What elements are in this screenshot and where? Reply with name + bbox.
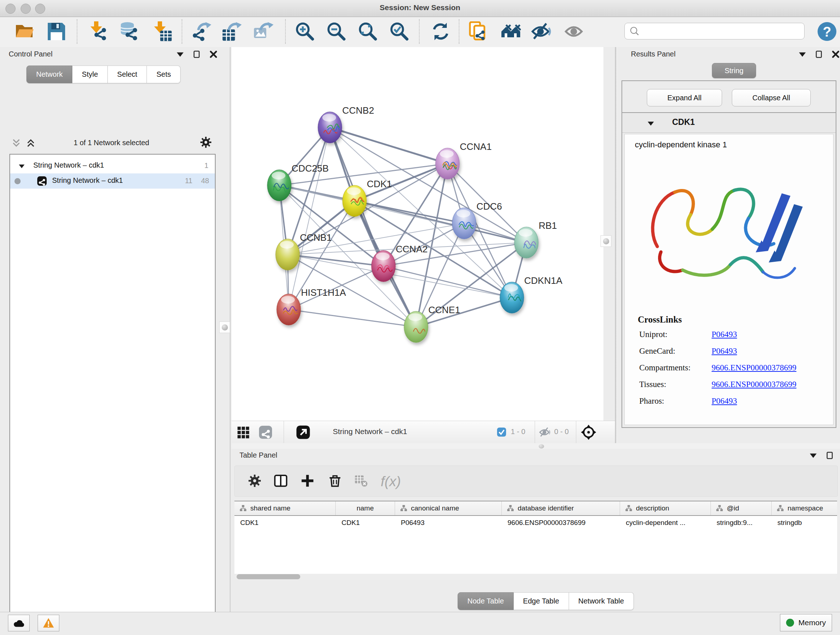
crosslink-value-link[interactable]: 9606.ENSP00000378699 — [712, 380, 797, 389]
refresh-view-icon[interactable] — [431, 21, 451, 42]
export-table-icon[interactable] — [221, 21, 242, 42]
collapse-all-button[interactable]: Collapse All — [732, 89, 811, 106]
new-network-from-selection-icon[interactable] — [469, 21, 489, 42]
node-table[interactable]: shared namenamecanonical namedatabase id… — [234, 501, 837, 574]
edge-CCNB1-CCNA2[interactable] — [287, 255, 384, 266]
column-header-namespace[interactable]: namespace — [772, 501, 837, 515]
panel-float-icon[interactable] — [826, 451, 834, 460]
edge-CCNB2-HIST1H1A[interactable] — [289, 127, 330, 310]
splitter-handle[interactable] — [538, 444, 544, 448]
node-CCNE1[interactable] — [404, 311, 428, 342]
cell[interactable]: stringdb — [772, 516, 837, 529]
edge-CCNA2-CDKN1A[interactable] — [384, 266, 512, 298]
node-CCNB1[interactable] — [276, 239, 300, 270]
column-header-shared-name[interactable]: shared name — [234, 501, 336, 515]
network-overview-icon[interactable] — [259, 426, 272, 439]
panel-close-icon[interactable] — [831, 50, 840, 59]
hide-selected-icon[interactable] — [531, 21, 551, 42]
birds-eye-view-icon[interactable] — [581, 424, 596, 440]
save-session-button[interactable] — [46, 21, 66, 42]
export-image-icon[interactable] — [253, 21, 273, 42]
network-collection-row[interactable]: String Network – cdk1 1 — [10, 158, 215, 173]
table-horizontal-scrollbar[interactable] — [234, 574, 837, 580]
tab-select[interactable]: Select — [108, 65, 147, 83]
show-columns-icon[interactable] — [274, 474, 287, 488]
cloud-status-button[interactable] — [8, 615, 30, 631]
node-CDK1[interactable] — [343, 185, 366, 217]
node-CCNA1[interactable] — [436, 148, 459, 179]
tab-node-table[interactable]: Node Table — [458, 592, 514, 610]
panel-close-icon[interactable] — [209, 50, 218, 59]
table-options-gear-icon[interactable] — [248, 474, 262, 488]
tab-edge-table[interactable]: Edge Table — [514, 592, 569, 610]
crosslink-value-link[interactable]: P06493 — [712, 347, 737, 356]
node-CDC25B[interactable] — [267, 170, 291, 201]
expand-all-button[interactable]: Expand All — [647, 89, 722, 106]
zoom-selected-icon[interactable] — [389, 21, 409, 42]
apply-preferred-layout-icon[interactable] — [501, 21, 521, 42]
tab-style[interactable]: Style — [73, 65, 107, 83]
column-header-description[interactable]: description — [620, 501, 711, 515]
crosslink-value-link[interactable]: P06493 — [712, 396, 737, 405]
import-network-database-icon[interactable] — [119, 21, 140, 42]
column-header-canonical-name[interactable]: canonical name — [395, 501, 502, 515]
zoom-out-icon[interactable] — [326, 21, 347, 42]
results-panel-collapse-handle[interactable] — [600, 235, 611, 247]
cell[interactable]: cyclin-dependent ... — [620, 516, 711, 529]
node-RB1[interactable] — [515, 227, 540, 258]
zoom-in-icon[interactable] — [295, 21, 315, 42]
hidden-eye-icon — [539, 426, 551, 438]
table-row[interactable]: CDK1CDK1P064939606.ENSP00000378699cyclin… — [234, 516, 837, 529]
cell[interactable]: CDK1 — [234, 516, 336, 529]
cell[interactable]: 9606.ENSP00000378699 — [502, 516, 620, 529]
delete-column-icon[interactable] — [328, 474, 342, 488]
cell[interactable]: P06493 — [395, 516, 502, 529]
export-network-icon[interactable] — [191, 21, 211, 42]
edge-HIST1H1A-CCNE1[interactable] — [289, 310, 416, 327]
open-session-button[interactable] — [14, 21, 35, 42]
node-CDC6[interactable] — [452, 208, 476, 239]
warnings-button[interactable] — [38, 615, 59, 631]
network-options-gear-icon[interactable] — [200, 136, 212, 149]
panel-float-icon[interactable] — [193, 50, 201, 59]
network-canvas[interactable]: CCNB2CCNA1CDC25BCDK1CDC6RB1CCNB1CCNA2CDK… — [232, 47, 603, 421]
import-table-icon[interactable] — [152, 21, 172, 42]
collection-expand-icon[interactable] — [18, 163, 25, 169]
tab-network-table[interactable]: Network Table — [569, 592, 634, 610]
help-button[interactable]: ? — [817, 21, 837, 42]
protein-expand-icon[interactable] — [647, 119, 655, 127]
node-CDKN1A[interactable] — [500, 282, 524, 313]
column-header-name[interactable]: name — [336, 501, 395, 515]
panel-menu-icon[interactable] — [176, 50, 185, 59]
grid-view-icon[interactable] — [237, 426, 249, 439]
panel-menu-icon[interactable] — [798, 50, 807, 59]
tab-string[interactable]: String — [712, 63, 756, 78]
edge-CCNB2-CCNA1[interactable] — [330, 127, 447, 164]
memory-button[interactable]: Memory — [780, 614, 832, 631]
search-input[interactable] — [644, 24, 801, 38]
edge-CCNB2-RB1[interactable] — [330, 127, 526, 242]
network-row-selected[interactable]: String Network – cdk1 11 48 — [10, 173, 215, 188]
node-HIST1H1A[interactable] — [277, 294, 301, 325]
crosslink-value-link[interactable]: 9606.ENSP00000378699 — [712, 363, 797, 372]
crosslink-value-link[interactable]: P06493 — [712, 330, 737, 339]
panel-float-icon[interactable] — [815, 50, 823, 59]
control-panel-collapse-handle[interactable] — [219, 321, 230, 333]
tab-network[interactable]: Network — [27, 65, 73, 83]
scrollbar-thumb[interactable] — [237, 574, 300, 579]
cell[interactable]: CDK1 — [336, 516, 395, 529]
selected-checkbox-icon[interactable] — [497, 427, 507, 437]
detach-view-icon[interactable] — [296, 425, 310, 440]
column-header-database-identifier[interactable]: database identifier — [502, 501, 620, 515]
show-all-icon[interactable] — [564, 21, 584, 42]
create-column-icon[interactable] — [301, 474, 314, 488]
zoom-fit-content-icon[interactable] — [358, 21, 378, 42]
column-header--id[interactable]: @id — [711, 501, 772, 515]
cell[interactable]: stringdb:9... — [711, 516, 772, 529]
node-CCNA2[interactable] — [371, 250, 395, 282]
tab-sets[interactable]: Sets — [147, 65, 180, 83]
horizontal-splitter[interactable] — [232, 443, 840, 449]
import-network-icon[interactable] — [88, 21, 109, 42]
node-CCNB2[interactable] — [318, 112, 343, 143]
panel-menu-icon[interactable] — [809, 451, 818, 460]
